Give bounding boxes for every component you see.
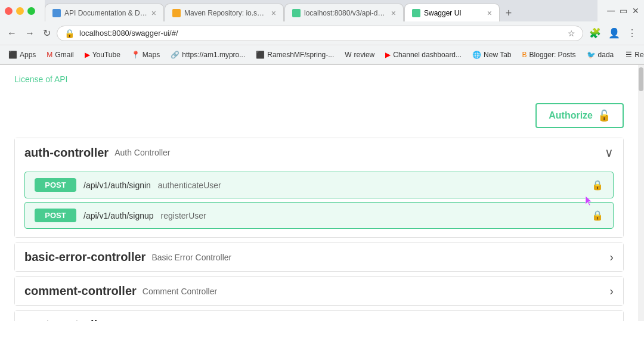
profile-icon[interactable]: 👤 — [606, 25, 623, 41]
tab-close-icon[interactable]: × — [487, 8, 492, 18]
bookmark-myprof[interactable]: 🔗 https://am1.mypro... — [167, 49, 249, 60]
tab-title: API Documentation & Design To... — [64, 9, 148, 17]
reading-list-icon: ☰ — [626, 51, 632, 59]
controller-name: comment-controller — [24, 284, 137, 298]
address-text: localhost:8080/swagger-ui/#/ — [79, 29, 563, 38]
tab-api-docs[interactable]: localhost:8080/v3/api-docs × — [284, 4, 404, 21]
controller-name: auth-controller — [24, 146, 109, 160]
tab-favicon — [292, 9, 301, 17]
controller-section-basic-error-controller: basic-error-controllerBasic Error Contro… — [14, 242, 624, 272]
tab-favicon — [412, 9, 420, 17]
scrollbar[interactable] — [638, 65, 644, 321]
license-section: License of API — [14, 74, 624, 89]
controllers-container: auth-controllerAuth Controller∨POST/api/… — [14, 138, 624, 321]
channel-icon: ▶ — [385, 51, 391, 59]
review-icon: W — [345, 51, 351, 59]
endpoint-lock-icon: 🔒 — [592, 179, 603, 191]
bookmark-review[interactable]: W review — [341, 49, 378, 60]
authorize-section: Authorize 🔓 — [14, 89, 624, 138]
tab-maven-repository[interactable]: Maven Repository: io.springfox... × — [165, 4, 284, 21]
reading-list-button[interactable]: ☰ Reading list — [621, 49, 644, 60]
tab-favicon — [172, 9, 181, 17]
forward-button[interactable]: → — [23, 26, 37, 41]
controller-name: basic-error-controller — [24, 250, 145, 264]
bookmark-ramesh[interactable]: ⬛ RameshMF/spring-... — [252, 49, 338, 60]
page-content: License of API Authorize 🔓 auth-controll… — [0, 65, 644, 321]
new-tab-button[interactable]: + — [500, 5, 517, 21]
controller-section-auth-controller: auth-controllerAuth Controller∨POST/api/… — [14, 138, 624, 238]
bookmark-blogger[interactable]: B Blogger: Posts — [519, 49, 580, 60]
method-badge: POST — [35, 178, 76, 192]
settings-icon[interactable]: ⋮ — [625, 25, 639, 41]
controller-description: Comment Controller — [143, 287, 610, 296]
link-icon: 🔗 — [171, 51, 179, 59]
chevron-icon: › — [609, 284, 614, 298]
minimize-window-button[interactable] — [16, 7, 24, 15]
tab-favicon — [52, 9, 61, 17]
extensions-icon[interactable]: 🧩 — [587, 25, 603, 41]
tab-swagger-ui[interactable]: Swagger UI × — [404, 4, 500, 21]
nav-icons: 🧩 👤 ⋮ — [587, 25, 639, 41]
chevron-icon: ∨ — [605, 145, 614, 160]
license-link[interactable]: License of API — [14, 74, 68, 84]
bookmark-youtube[interactable]: ▶ YouTube — [81, 49, 124, 60]
endpoint-lock-icon: 🔒 — [592, 210, 603, 221]
method-badge: POST — [35, 209, 76, 222]
endpoint-row[interactable]: POST/api/v1/auth/signinauthenticateUser🔒 — [24, 172, 614, 198]
blogger-icon: B — [522, 51, 527, 59]
github-icon: ⬛ — [256, 51, 265, 59]
bookmark-newtab[interactable]: 🌐 New Tab — [469, 49, 515, 60]
endpoint-row[interactable]: POST/api/v1/auth/signupregisterUser🔒 — [24, 202, 614, 229]
window-controls — [5, 7, 35, 15]
close-window-button[interactable] — [5, 7, 13, 15]
controller-description: Auth Controller — [114, 148, 605, 157]
apps-icon: ⬛ — [8, 51, 17, 59]
controller-header-basic-error-controller[interactable]: basic-error-controllerBasic Error Contro… — [15, 243, 623, 271]
gmail-icon: M — [47, 51, 52, 59]
tab-close-icon[interactable]: × — [151, 8, 156, 18]
bookmark-dada[interactable]: 🐦 dada — [583, 49, 618, 60]
swagger-content: License of API Authorize 🔓 auth-controll… — [0, 65, 638, 321]
newtab-icon: 🌐 — [472, 51, 481, 59]
reload-button[interactable]: ↻ — [41, 25, 53, 41]
address-bar[interactable]: 🔒 localhost:8080/swagger-ui/#/ ☆ — [57, 26, 583, 41]
bookmark-apps[interactable]: ⬛ Apps — [5, 49, 39, 60]
endpoint-description: registerUser — [161, 211, 584, 220]
maximize-window-button[interactable] — [27, 7, 35, 15]
controller-description: Basic Error Controller — [151, 253, 609, 262]
controller-section-comment-controller: comment-controllerComment Controller› — [14, 276, 624, 306]
endpoint-path: /api/v1/auth/signup — [83, 211, 154, 220]
controller-name: post-controller — [24, 318, 109, 321]
navigation-bar: ← → ↻ 🔒 localhost:8080/swagger-ui/#/ ☆ 🧩… — [0, 21, 644, 45]
lock-icon: 🔓 — [597, 109, 611, 122]
maps-icon: 📍 — [131, 51, 140, 59]
tab-title: localhost:8080/v3/api-docs — [304, 9, 388, 17]
tab-title: Maven Repository: io.springfox... — [184, 9, 268, 17]
tab-close-icon[interactable]: × — [271, 8, 276, 18]
endpoint-list: POST/api/v1/auth/signinauthenticateUser🔒… — [15, 167, 623, 237]
controller-header-comment-controller[interactable]: comment-controllerComment Controller› — [15, 277, 623, 305]
chevron-icon: › — [609, 318, 614, 321]
close-btn[interactable]: ✕ — [632, 5, 639, 17]
controller-header-post-controller[interactable]: post-controllerPost Controller› — [15, 311, 623, 321]
controller-section-post-controller: post-controllerPost Controller› — [14, 310, 624, 321]
controller-description: Post Controller — [114, 321, 609, 322]
minimize-btn[interactable]: ─ — [607, 5, 615, 17]
authorize-button[interactable]: Authorize 🔓 — [535, 103, 624, 128]
controller-header-auth-controller[interactable]: auth-controllerAuth Controller∨ — [15, 138, 623, 167]
bookmark-maps[interactable]: 📍 Maps — [128, 49, 163, 60]
bookmarks-bar: ⬛ Apps M Gmail ▶ YouTube 📍 Maps 🔗 https:… — [0, 45, 644, 64]
chevron-icon: › — [609, 250, 614, 264]
restore-btn[interactable]: ▭ — [620, 5, 627, 17]
lock-secure-icon: 🔒 — [64, 29, 75, 38]
back-button[interactable]: ← — [5, 26, 19, 41]
tab-close-icon[interactable]: × — [391, 8, 396, 18]
bookmark-gmail[interactable]: M Gmail — [43, 49, 77, 60]
authorize-label: Authorize — [549, 110, 593, 121]
tab-api-documentation[interactable]: API Documentation & Design To... × — [45, 4, 164, 21]
scroll-thumb[interactable] — [639, 67, 643, 91]
star-bookmark-icon[interactable]: ☆ — [568, 29, 575, 38]
dada-icon: 🐦 — [587, 51, 596, 59]
bookmark-channel[interactable]: ▶ Channel dashboard... — [382, 49, 465, 60]
endpoint-description: authenticateUser — [158, 181, 584, 190]
